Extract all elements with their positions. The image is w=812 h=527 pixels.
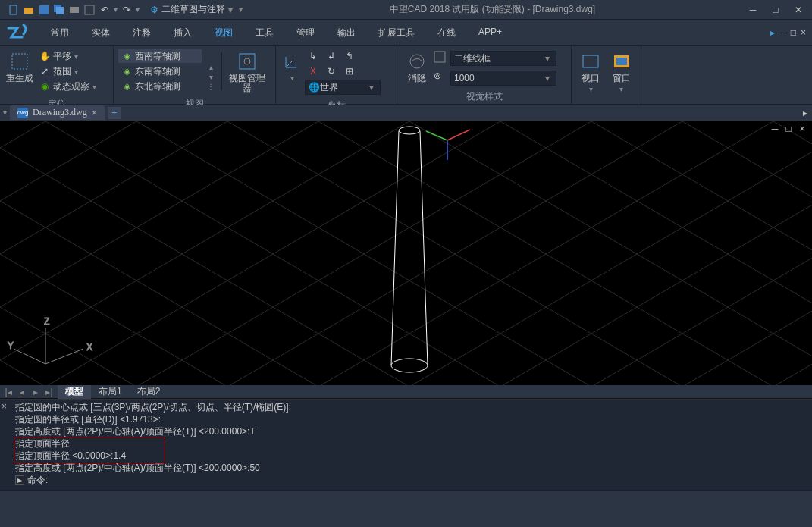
cube-icon: ◈ [121, 81, 132, 92]
hide-button[interactable]: 消隐 [402, 49, 432, 83]
list-icon[interactable]: ⋮ [207, 83, 215, 91]
chevron-down-icon: ▾ [290, 74, 294, 82]
ribbon-max-icon[interactable]: □ [791, 27, 796, 38]
svg-rect-5 [70, 7, 79, 13]
chevron-down-icon: ▾ [366, 82, 377, 93]
close-icon[interactable]: × [92, 108, 97, 118]
svg-point-9 [244, 58, 250, 64]
prompt-icon[interactable]: ▸ [15, 475, 24, 485]
ucs-btn6[interactable]: ⊞ [341, 64, 358, 78]
tab-insert[interactable]: 插入 [162, 21, 203, 45]
tab-common[interactable]: 常用 [39, 21, 80, 45]
title-bar: ↶ ▾ ↷ ▾ ⚙ 二维草图与注释 ▾ ▾ 中望CAD 2018 试用版 (功能… [0, 0, 812, 20]
tab-manage[interactable]: 管理 [285, 21, 326, 45]
ucs-button[interactable]: ▾ [281, 49, 303, 82]
prev-icon[interactable]: ◂ [15, 387, 29, 397]
maximize-button[interactable]: □ [765, 3, 786, 17]
ne-iso-button[interactable]: ◈东北等轴测 [118, 80, 202, 93]
ribbon-min-icon[interactable]: ─ [779, 27, 786, 38]
extent-button[interactable]: ⤢范围▾ [36, 64, 99, 78]
last-icon[interactable]: ▸| [42, 387, 56, 397]
viewport-window-controls: ─ □ × [770, 124, 807, 134]
plot-icon[interactable] [68, 4, 80, 16]
axis-icon: ↰ [344, 51, 355, 61]
ucs-btn3[interactable]: ↰ [341, 49, 358, 63]
cmd-line: 指定顶面半径 <0.0000>:1.4 [15, 450, 809, 462]
scale-combo[interactable]: 1000▾ [450, 71, 556, 86]
tab-app[interactable]: APP+ [467, 21, 513, 45]
new-icon[interactable] [8, 4, 20, 16]
visual-style-combo[interactable]: 二维线框▾ [450, 51, 556, 66]
ucs-btn5[interactable]: ↻ [323, 64, 340, 78]
orbit-button[interactable]: ◉动态观察▾ [36, 80, 99, 93]
expand-icon[interactable]: ▸ [803, 108, 807, 118]
save-icon[interactable] [38, 4, 50, 16]
sw-iso-button[interactable]: ◈西南等轴测 [118, 49, 202, 63]
tab-tools[interactable]: 工具 [244, 21, 285, 45]
window-label: 窗口 [613, 74, 631, 83]
ribbon-close-icon[interactable]: × [801, 27, 806, 38]
menu-tabs: 常用 实体 注释 插入 视图 工具 管理 输出 扩展工具 在线 APP+ [36, 21, 513, 45]
se-iso-button[interactable]: ◈东南等轴测 [118, 64, 202, 78]
svg-rect-8 [240, 54, 255, 69]
command-window[interactable]: × 指定圆的中心点或 [三点(3P)/两点(2P)/切点、切点、半径(T)/椭圆… [0, 399, 812, 490]
svg-rect-6 [85, 5, 94, 14]
doc-menu-icon[interactable]: ▾ [3, 108, 7, 117]
viewmgr-icon [237, 51, 258, 72]
viewmgr-button[interactable]: 视图管理器 [225, 49, 269, 93]
undo-icon[interactable]: ↶ [99, 4, 111, 16]
scroll-up-icon[interactable]: ▴ [209, 63, 213, 71]
redo-dropdown-icon[interactable]: ▾ [136, 5, 140, 14]
close-icon[interactable]: × [2, 401, 7, 412]
close-button[interactable]: ✕ [788, 3, 809, 17]
panel-coord: ▾ ↳ ↲ ↰ X ↻ ⊞ 🌐 世界 ▾ 坐标 [276, 46, 397, 104]
open-icon[interactable] [23, 4, 35, 16]
regen-button[interactable]: 重生成 [5, 49, 35, 83]
minimize-button[interactable]: ─ [742, 3, 763, 17]
doc-tab[interactable]: dwg Drawing3.dwg × [10, 105, 105, 120]
ucs-btn2[interactable]: ↲ [323, 49, 340, 63]
max-icon[interactable]: □ [783, 124, 794, 134]
close-icon[interactable]: × [797, 124, 807, 134]
app-logo[interactable] [0, 20, 36, 45]
tab-extend[interactable]: 扩展工具 [367, 21, 426, 45]
axis-icon: ⊞ [344, 66, 355, 77]
workspace-selector[interactable]: ⚙ 二维草图与注释 ▾ [144, 3, 239, 16]
regen-icon [9, 51, 30, 72]
cmd-line: 指定高度或 [两点(2P)/中心轴(A)/顶面半径(T)] <200.0000>… [15, 462, 809, 474]
drawing-canvas[interactable]: Z X Y ─ □ × [0, 121, 812, 385]
layout2-tab[interactable]: 布局2 [130, 384, 168, 399]
tab-solid[interactable]: 实体 [80, 21, 121, 45]
extent-icon: ⤢ [39, 66, 50, 77]
window-controls: ─ □ ✕ [742, 3, 809, 17]
undo-dropdown-icon[interactable]: ▾ [114, 5, 118, 14]
preview-icon[interactable] [83, 4, 96, 16]
wireframe-icon [434, 51, 447, 66]
layout1-tab[interactable]: 布局1 [91, 384, 130, 399]
help-icon[interactable]: ▸ [770, 27, 775, 38]
redo-icon[interactable]: ↷ [121, 4, 133, 16]
window-button[interactable]: 窗口 ▾ [607, 49, 637, 93]
saveall-icon[interactable] [53, 4, 65, 16]
new-tab-button[interactable]: + [108, 107, 121, 119]
tab-online[interactable]: 在线 [426, 21, 467, 45]
svg-rect-2 [39, 5, 49, 14]
tab-output[interactable]: 输出 [326, 21, 367, 45]
tab-annotate[interactable]: 注释 [121, 21, 162, 45]
tab-view[interactable]: 视图 [203, 21, 244, 45]
ucs-x-button[interactable]: X [305, 64, 321, 78]
viewport-button[interactable]: 视口 ▾ [576, 49, 606, 93]
pan-button[interactable]: ✋平移▾ [36, 49, 99, 63]
layout-model-tab[interactable]: 模型 [58, 384, 91, 399]
scroll-down-icon[interactable]: ▾ [209, 73, 213, 81]
menu-row: 常用 实体 注释 插入 视图 工具 管理 输出 扩展工具 在线 APP+ ▸ ─… [0, 20, 812, 45]
next-icon[interactable]: ▸ [29, 387, 42, 397]
cmd-prompt: 命令: [27, 474, 48, 486]
chevron-down-icon: ▾ [74, 67, 78, 76]
ucs-btn1[interactable]: ↳ [305, 49, 321, 63]
ucs-icon [281, 51, 303, 72]
min-icon[interactable]: ─ [770, 124, 780, 134]
ucs-world-combo[interactable]: 🌐 世界 ▾ [305, 80, 381, 95]
first-icon[interactable]: |◂ [2, 387, 15, 397]
cmd-line: 指定圆的半径或 [直径(D)] <1.9713>: [15, 413, 809, 425]
